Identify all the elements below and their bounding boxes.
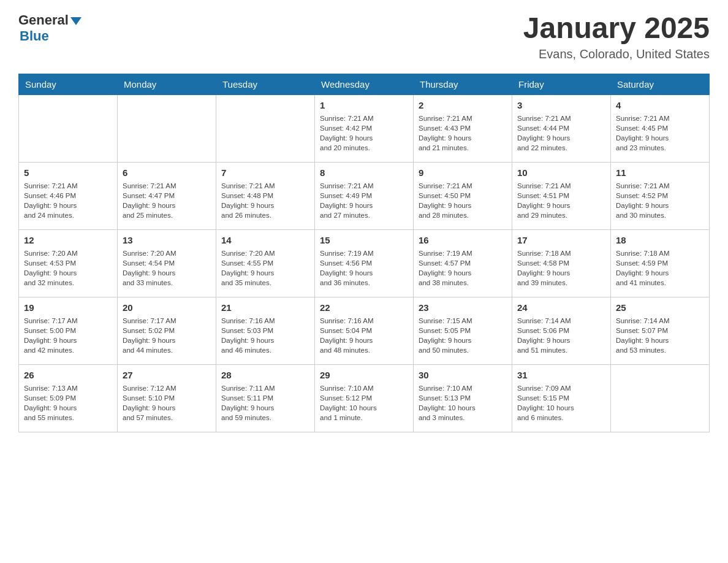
calendar-day-cell: 28Sunrise: 7:11 AM Sunset: 5:11 PM Dayli… (216, 364, 315, 432)
calendar-day-cell (118, 94, 216, 162)
day-info: Sunrise: 7:20 AM Sunset: 4:53 PM Dayligh… (24, 248, 112, 288)
calendar-day-cell: 19Sunrise: 7:17 AM Sunset: 5:00 PM Dayli… (19, 297, 118, 364)
day-of-week-header: Sunday (19, 74, 118, 94)
day-info: Sunrise: 7:21 AM Sunset: 4:49 PM Dayligh… (320, 181, 408, 220)
day-number: 17 (517, 234, 605, 247)
day-of-week-header: Monday (118, 74, 216, 94)
day-number: 5 (24, 166, 112, 179)
day-info: Sunrise: 7:16 AM Sunset: 5:03 PM Dayligh… (221, 316, 309, 355)
day-number: 31 (517, 369, 605, 381)
day-info: Sunrise: 7:17 AM Sunset: 5:00 PM Dayligh… (24, 316, 112, 355)
day-info: Sunrise: 7:19 AM Sunset: 4:57 PM Dayligh… (419, 248, 507, 288)
logo-blue-text: Blue (20, 28, 49, 44)
day-info: Sunrise: 7:19 AM Sunset: 4:56 PM Dayligh… (320, 248, 408, 288)
day-number: 30 (419, 369, 507, 381)
calendar-day-cell: 18Sunrise: 7:18 AM Sunset: 4:59 PM Dayli… (611, 229, 710, 297)
day-number: 27 (123, 369, 211, 381)
day-number: 21 (221, 301, 309, 314)
day-number: 22 (320, 301, 408, 314)
calendar-day-cell: 27Sunrise: 7:12 AM Sunset: 5:10 PM Dayli… (118, 364, 216, 432)
day-info: Sunrise: 7:21 AM Sunset: 4:47 PM Dayligh… (123, 181, 211, 220)
day-number: 24 (517, 301, 605, 314)
calendar-day-cell: 2Sunrise: 7:21 AM Sunset: 4:43 PM Daylig… (414, 94, 512, 162)
day-info: Sunrise: 7:21 AM Sunset: 4:46 PM Dayligh… (24, 181, 112, 220)
day-info: Sunrise: 7:21 AM Sunset: 4:42 PM Dayligh… (320, 113, 408, 153)
logo-triangle-icon (70, 17, 82, 25)
day-number: 4 (616, 99, 704, 112)
calendar-day-cell: 17Sunrise: 7:18 AM Sunset: 4:58 PM Dayli… (512, 229, 611, 297)
calendar-day-cell: 16Sunrise: 7:19 AM Sunset: 4:57 PM Dayli… (414, 229, 512, 297)
day-number: 28 (221, 369, 309, 381)
day-number: 29 (320, 369, 408, 381)
calendar-day-cell (611, 364, 710, 432)
day-info: Sunrise: 7:20 AM Sunset: 4:55 PM Dayligh… (221, 248, 309, 288)
calendar-week-row: 19Sunrise: 7:17 AM Sunset: 5:00 PM Dayli… (19, 297, 710, 364)
calendar-table: SundayMondayTuesdayWednesdayThursdayFrid… (18, 74, 710, 432)
calendar-day-cell: 12Sunrise: 7:20 AM Sunset: 4:53 PM Dayli… (19, 229, 118, 297)
day-number: 20 (123, 301, 211, 314)
calendar-day-cell: 10Sunrise: 7:21 AM Sunset: 4:51 PM Dayli… (512, 162, 611, 229)
day-info: Sunrise: 7:13 AM Sunset: 5:09 PM Dayligh… (24, 383, 112, 423)
day-info: Sunrise: 7:14 AM Sunset: 5:06 PM Dayligh… (517, 316, 605, 355)
day-info: Sunrise: 7:21 AM Sunset: 4:45 PM Dayligh… (616, 113, 704, 153)
day-info: Sunrise: 7:18 AM Sunset: 4:59 PM Dayligh… (616, 248, 704, 288)
day-number: 19 (24, 301, 112, 314)
calendar-day-cell: 29Sunrise: 7:10 AM Sunset: 5:12 PM Dayli… (315, 364, 414, 432)
day-info: Sunrise: 7:21 AM Sunset: 4:44 PM Dayligh… (517, 113, 605, 153)
calendar-week-row: 12Sunrise: 7:20 AM Sunset: 4:53 PM Dayli… (19, 229, 710, 297)
day-number: 10 (517, 166, 605, 179)
day-info: Sunrise: 7:21 AM Sunset: 4:48 PM Dayligh… (221, 181, 309, 220)
calendar-day-cell: 15Sunrise: 7:19 AM Sunset: 4:56 PM Dayli… (315, 229, 414, 297)
day-number: 2 (419, 99, 507, 112)
calendar-day-cell: 25Sunrise: 7:14 AM Sunset: 5:07 PM Dayli… (611, 297, 710, 364)
calendar-day-cell: 14Sunrise: 7:20 AM Sunset: 4:55 PM Dayli… (216, 229, 315, 297)
day-of-week-header: Friday (512, 74, 611, 94)
day-info: Sunrise: 7:21 AM Sunset: 4:52 PM Dayligh… (616, 181, 704, 220)
day-number: 14 (221, 234, 309, 247)
calendar-day-cell: 21Sunrise: 7:16 AM Sunset: 5:03 PM Dayli… (216, 297, 315, 364)
calendar-day-cell: 6Sunrise: 7:21 AM Sunset: 4:47 PM Daylig… (118, 162, 216, 229)
page-header: General Blue January 2025 Evans, Colorad… (18, 12, 710, 61)
calendar-header-row: SundayMondayTuesdayWednesdayThursdayFrid… (19, 74, 710, 94)
calendar-week-row: 26Sunrise: 7:13 AM Sunset: 5:09 PM Dayli… (19, 364, 710, 432)
calendar-day-cell (19, 94, 118, 162)
day-info: Sunrise: 7:21 AM Sunset: 4:43 PM Dayligh… (419, 113, 507, 153)
day-number: 18 (616, 234, 704, 247)
day-info: Sunrise: 7:10 AM Sunset: 5:12 PM Dayligh… (320, 383, 408, 423)
day-of-week-header: Wednesday (315, 74, 414, 94)
day-of-week-header: Thursday (414, 74, 512, 94)
day-of-week-header: Saturday (611, 74, 710, 94)
day-info: Sunrise: 7:18 AM Sunset: 4:58 PM Dayligh… (517, 248, 605, 288)
day-number: 23 (419, 301, 507, 314)
calendar-day-cell: 11Sunrise: 7:21 AM Sunset: 4:52 PM Dayli… (611, 162, 710, 229)
calendar-day-cell: 30Sunrise: 7:10 AM Sunset: 5:13 PM Dayli… (414, 364, 512, 432)
day-number: 13 (123, 234, 211, 247)
title-section: January 2025 Evans, Colorado, United Sta… (523, 12, 710, 61)
day-info: Sunrise: 7:11 AM Sunset: 5:11 PM Dayligh… (221, 383, 309, 423)
calendar-day-cell: 23Sunrise: 7:15 AM Sunset: 5:05 PM Dayli… (414, 297, 512, 364)
calendar-day-cell: 7Sunrise: 7:21 AM Sunset: 4:48 PM Daylig… (216, 162, 315, 229)
calendar-day-cell: 13Sunrise: 7:20 AM Sunset: 4:54 PM Dayli… (118, 229, 216, 297)
calendar-week-row: 5Sunrise: 7:21 AM Sunset: 4:46 PM Daylig… (19, 162, 710, 229)
calendar-day-cell: 5Sunrise: 7:21 AM Sunset: 4:46 PM Daylig… (19, 162, 118, 229)
calendar-week-row: 1Sunrise: 7:21 AM Sunset: 4:42 PM Daylig… (19, 94, 710, 162)
location-text: Evans, Colorado, United States (523, 47, 710, 61)
day-info: Sunrise: 7:21 AM Sunset: 4:51 PM Dayligh… (517, 181, 605, 220)
calendar-day-cell: 1Sunrise: 7:21 AM Sunset: 4:42 PM Daylig… (315, 94, 414, 162)
calendar-day-cell: 4Sunrise: 7:21 AM Sunset: 4:45 PM Daylig… (611, 94, 710, 162)
day-number: 9 (419, 166, 507, 179)
day-number: 15 (320, 234, 408, 247)
day-number: 8 (320, 166, 408, 179)
calendar-day-cell: 9Sunrise: 7:21 AM Sunset: 4:50 PM Daylig… (414, 162, 512, 229)
day-info: Sunrise: 7:20 AM Sunset: 4:54 PM Dayligh… (123, 248, 211, 288)
day-number: 12 (24, 234, 112, 247)
day-number: 16 (419, 234, 507, 247)
day-info: Sunrise: 7:21 AM Sunset: 4:50 PM Dayligh… (419, 181, 507, 220)
logo-general-text: General (18, 12, 69, 28)
day-number: 3 (517, 99, 605, 112)
month-title: January 2025 (523, 12, 710, 45)
day-info: Sunrise: 7:09 AM Sunset: 5:15 PM Dayligh… (517, 383, 605, 423)
calendar-day-cell: 22Sunrise: 7:16 AM Sunset: 5:04 PM Dayli… (315, 297, 414, 364)
calendar-day-cell: 24Sunrise: 7:14 AM Sunset: 5:06 PM Dayli… (512, 297, 611, 364)
day-number: 6 (123, 166, 211, 179)
